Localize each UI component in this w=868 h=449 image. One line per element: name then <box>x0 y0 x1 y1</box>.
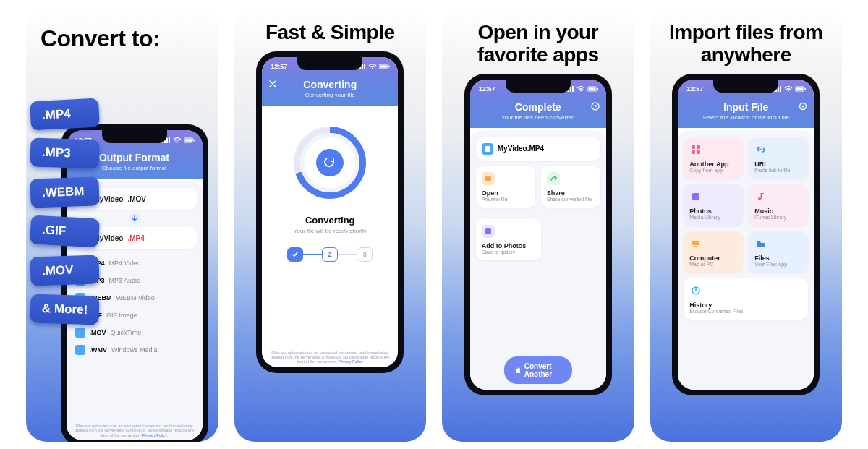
file-out-ext: .MP4 <box>127 234 144 242</box>
svg-rect-13 <box>364 64 365 69</box>
screenshot-card-2: Fast & Simple 12:57 Converting Convertin… <box>234 7 427 442</box>
svg-point-22 <box>580 90 582 92</box>
status-time: 12:57 <box>479 85 495 93</box>
source-computer[interactable]: Computer Mac or PC <box>684 231 743 273</box>
battery-icon <box>795 86 807 92</box>
apps-icon <box>691 145 701 155</box>
badge-mov: .MOV <box>30 255 100 286</box>
svg-rect-29 <box>485 176 491 181</box>
headline-1: Convert to: <box>26 7 160 51</box>
headline-3: Open in your favorite apps <box>442 7 634 74</box>
svg-rect-38 <box>805 88 807 90</box>
disclaimer: Files are uploaded over an encrypted con… <box>72 424 197 437</box>
convert-another-button[interactable]: Convert Another <box>504 356 572 384</box>
home-icon <box>514 366 520 375</box>
photos-icon <box>691 192 701 202</box>
svg-rect-17 <box>389 66 391 67</box>
phone-frame-2: 12:57 Converting Converting your file <box>256 51 404 373</box>
svg-rect-47 <box>761 193 762 199</box>
convert-icon <box>316 149 344 176</box>
photos-icon <box>484 227 493 236</box>
step-indicator: 2 3 <box>287 247 373 262</box>
badge-mp3: .MP3 <box>30 137 100 168</box>
svg-text:?: ? <box>594 103 597 110</box>
svg-point-46 <box>758 197 761 200</box>
status-icons <box>566 86 599 92</box>
headline-2: Fast & Simple <box>261 7 399 51</box>
badge-mp4: .MP4 <box>30 98 100 131</box>
svg-point-4 <box>176 141 178 142</box>
step-3: 3 <box>357 247 373 262</box>
status-icons <box>357 64 391 69</box>
svg-rect-20 <box>570 87 571 92</box>
badge-webm: .WEBM <box>30 176 100 208</box>
format-badges: .MP4 .MP3 .WEBM .GIF .MOV & More! <box>30 100 99 324</box>
svg-rect-43 <box>692 150 695 154</box>
phone-frame-4: 12:57 Input File Select the location of … <box>672 74 820 395</box>
status-time: 12:57 <box>271 63 287 70</box>
app-header-2: Converting Converting your file <box>262 74 398 106</box>
step-2: 2 <box>322 247 338 262</box>
svg-rect-21 <box>572 86 574 92</box>
phone-notch <box>297 57 362 70</box>
source-another-app[interactable]: Another App Copy from app <box>684 137 743 179</box>
history-icon <box>691 286 701 296</box>
share-icon <box>549 174 558 183</box>
converting-title: Converting <box>305 215 355 226</box>
svg-rect-12 <box>362 64 363 69</box>
source-photos[interactable]: Photos Media Library <box>684 184 743 226</box>
phone-notch <box>713 80 778 93</box>
wifi-icon <box>784 86 793 92</box>
format-option-wmv[interactable]: .WMVWindows Media <box>72 341 197 359</box>
app-header-3: ? Complete Your file has been converted <box>470 97 606 128</box>
privacy-link[interactable]: Privacy Policy <box>339 359 363 364</box>
header-sub: Converting your file <box>265 92 395 98</box>
action-open[interactable]: Open Preview file <box>476 166 535 208</box>
svg-rect-3 <box>169 137 170 143</box>
header-title: Complete <box>473 101 603 113</box>
source-url[interactable]: URL Paste link to file <box>749 137 808 179</box>
settings-icon[interactable] <box>796 100 809 113</box>
svg-rect-24 <box>588 87 595 90</box>
svg-rect-33 <box>778 87 779 92</box>
svg-point-40 <box>802 105 804 107</box>
converting-sub: Your file will be ready shortly <box>294 228 367 234</box>
progress-ring <box>294 127 366 199</box>
source-music[interactable]: Music iTunes Library <box>749 184 808 226</box>
svg-rect-28 <box>485 146 490 152</box>
result-file: MyVideo.MP4 <box>498 145 544 153</box>
folder-icon <box>756 239 766 249</box>
arrow-down-icon <box>129 213 140 224</box>
battery-icon <box>587 86 599 92</box>
action-share[interactable]: Share Share converted file <box>541 166 600 208</box>
computer-icon <box>691 239 701 249</box>
headline-4: Import files from anywhere <box>650 7 843 74</box>
svg-rect-16 <box>380 66 388 68</box>
battery-icon <box>184 137 195 143</box>
privacy-link[interactable]: Privacy Policy <box>142 433 167 437</box>
phone-notch <box>506 80 571 93</box>
svg-rect-37 <box>796 87 804 90</box>
file-icon <box>482 143 493 155</box>
close-icon[interactable] <box>266 77 279 90</box>
action-add-to-photos[interactable]: Add to Photos Save to gallery <box>476 219 541 260</box>
wifi-icon <box>173 137 182 143</box>
format-option-mov[interactable]: .MOVQuickTime <box>72 324 197 341</box>
header-sub: Your file has been converted <box>473 114 603 121</box>
phone-frame-3: 12:57 ? Complete Your file has been conv… <box>464 74 612 395</box>
svg-rect-25 <box>597 88 598 90</box>
battery-icon <box>379 64 391 69</box>
svg-rect-42 <box>697 145 700 149</box>
source-history[interactable]: History Browse Converted Files <box>684 278 808 320</box>
source-files[interactable]: Files Your Files App <box>749 231 808 273</box>
open-icon <box>484 174 493 183</box>
help-icon[interactable]: ? <box>589 100 602 113</box>
screenshot-card-1: Convert to: .MP4 .MP3 .WEBM .GIF .MOV & … <box>26 7 218 442</box>
svg-point-35 <box>788 90 789 92</box>
status-time: 12:57 <box>686 85 703 93</box>
svg-rect-44 <box>697 150 700 154</box>
file-in-ext: .MOV <box>127 195 146 203</box>
result-file-card: MyVideo.MP4 <box>476 137 600 161</box>
svg-rect-49 <box>694 246 697 247</box>
badge-more: & More! <box>30 294 100 325</box>
